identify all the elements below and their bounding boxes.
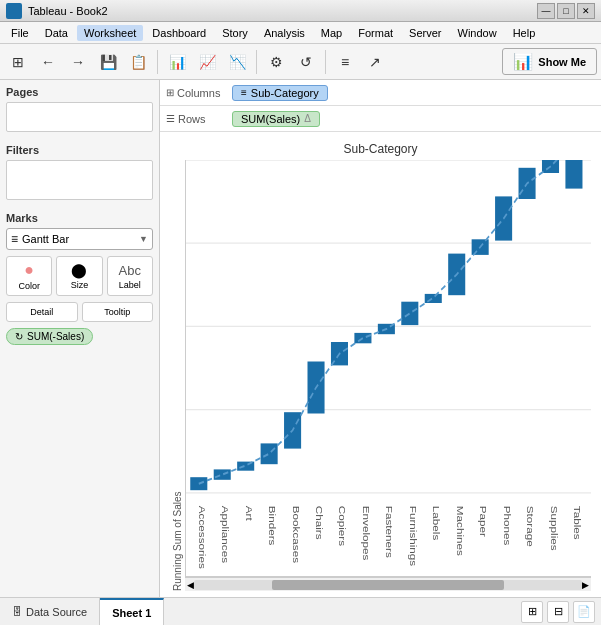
- label-icon: Abc: [119, 263, 141, 278]
- sheet-1-tab[interactable]: Sheet 1: [100, 598, 164, 625]
- pages-section: Pages: [6, 86, 153, 132]
- menu-dashboard[interactable]: Dashboard: [145, 25, 213, 41]
- svg-text:Accessories: Accessories: [197, 506, 208, 569]
- new-dashboard-icon: ⊟: [554, 605, 563, 618]
- menu-worksheet[interactable]: Worksheet: [77, 25, 143, 41]
- marks-tooltip-button[interactable]: Tooltip: [82, 302, 154, 322]
- chart-wrapper: Running Sum of Sales $2,000,000: [170, 160, 591, 591]
- sheet-1-label: Sheet 1: [112, 607, 151, 619]
- scroll-right-icon[interactable]: ▶: [582, 580, 589, 590]
- toolbar-refresh[interactable]: ↺: [292, 48, 320, 76]
- svg-text:Tables: Tables: [572, 506, 583, 540]
- columns-pill-icon: ≡: [241, 87, 247, 98]
- new-story-button[interactable]: 📄: [573, 601, 595, 623]
- svg-text:Storage: Storage: [525, 506, 536, 547]
- menu-format[interactable]: Format: [351, 25, 400, 41]
- rows-shelf: ☰ Rows SUM(Sales) Δ: [160, 106, 601, 132]
- show-me-button[interactable]: 📊 Show Me: [502, 48, 597, 75]
- svg-text:Appliances: Appliances: [220, 506, 231, 563]
- marks-type-label: Gantt Bar: [22, 233, 69, 245]
- new-dashboard-button[interactable]: ⊟: [547, 601, 569, 623]
- new-worksheet-button[interactable]: ⊞: [521, 601, 543, 623]
- toolbar-separator-3: [325, 50, 326, 74]
- columns-pill[interactable]: ≡ Sub-Category: [232, 85, 328, 101]
- toolbar: ⊞ ← → 💾 📋 📊 📈 📉 ⚙ ↺ ≡ ↗ 📊 Show Me: [0, 44, 601, 80]
- scrollbar-track: [194, 580, 582, 590]
- left-panel: Pages Filters Marks ≡ Gantt Bar ▼ ● Colo…: [0, 80, 160, 597]
- minimize-button[interactable]: —: [537, 3, 555, 19]
- data-source-icon: 🗄: [12, 606, 22, 617]
- marks-type-dropdown[interactable]: ≡ Gantt Bar ▼: [6, 228, 153, 250]
- svg-text:Labels: Labels: [431, 506, 442, 540]
- svg-text:Furnishings: Furnishings: [408, 506, 419, 566]
- sum-sales-pill[interactable]: ↻ SUM(-Sales): [6, 328, 93, 345]
- svg-text:Bookcases: Bookcases: [291, 506, 302, 563]
- svg-text:Paper: Paper: [478, 506, 489, 538]
- columns-shelf: ⊞ Columns ≡ Sub-Category: [160, 80, 601, 106]
- menu-data[interactable]: Data: [38, 25, 75, 41]
- rows-delta: Δ: [304, 113, 311, 124]
- svg-rect-26: [565, 160, 582, 189]
- menu-map[interactable]: Map: [314, 25, 349, 41]
- toolbar-settings[interactable]: ⚙: [262, 48, 290, 76]
- menu-server[interactable]: Server: [402, 25, 448, 41]
- menu-analysis[interactable]: Analysis: [257, 25, 312, 41]
- tooltip-label: Tooltip: [104, 307, 130, 317]
- label-label: Label: [119, 280, 141, 290]
- svg-rect-19: [401, 302, 418, 325]
- toolbar-undo[interactable]: ⊞: [4, 48, 32, 76]
- svg-text:Machines: Machines: [455, 506, 466, 556]
- tab-action-icons: ⊞ ⊟ 📄: [515, 598, 601, 625]
- maximize-button[interactable]: □: [557, 3, 575, 19]
- pages-box: [6, 102, 153, 132]
- scrollbar-thumb[interactable]: [272, 580, 505, 590]
- svg-text:Copiers: Copiers: [338, 506, 349, 546]
- marks-color-button[interactable]: ● Color: [6, 256, 52, 296]
- h-scrollbar[interactable]: ◀ ▶: [185, 577, 591, 591]
- detail-label: Detail: [30, 307, 53, 317]
- show-me-label: Show Me: [538, 56, 586, 68]
- new-story-icon: 📄: [577, 605, 591, 618]
- svg-text:Envelopes: Envelopes: [361, 506, 372, 561]
- marks-size-button[interactable]: ⬤ Size: [56, 256, 102, 296]
- toolbar-filter[interactable]: ↗: [361, 48, 389, 76]
- scroll-left-icon[interactable]: ◀: [187, 580, 194, 590]
- rows-pill-label: SUM(Sales): [241, 113, 300, 125]
- columns-icon: ⊞: [166, 87, 174, 98]
- menu-window[interactable]: Window: [451, 25, 504, 41]
- marks-detail-button[interactable]: Detail: [6, 302, 78, 322]
- data-source-label: Data Source: [26, 606, 87, 618]
- close-button[interactable]: ✕: [577, 3, 595, 19]
- menu-story[interactable]: Story: [215, 25, 255, 41]
- title-bar: Tableau - Book2 — □ ✕: [0, 0, 601, 22]
- marks-type-icon: ≡: [11, 232, 18, 246]
- sum-label: SUM(-Sales): [27, 331, 84, 342]
- app-icon: [6, 3, 22, 19]
- toolbar-back[interactable]: ←: [34, 48, 62, 76]
- size-icon: ⬤: [71, 262, 87, 278]
- toolbar-chart1[interactable]: 📊: [163, 48, 191, 76]
- y-axis-label: Running Sum of Sales: [170, 160, 185, 591]
- columns-pill-label: Sub-Category: [251, 87, 319, 99]
- toolbar-chart3[interactable]: 📉: [223, 48, 251, 76]
- svg-text:Phones: Phones: [502, 506, 513, 546]
- chart-area: ⊞ Columns ≡ Sub-Category ☰ Rows SUM(Sale…: [160, 80, 601, 597]
- toolbar-sort[interactable]: ≡: [331, 48, 359, 76]
- menu-help[interactable]: Help: [506, 25, 543, 41]
- data-source-tab[interactable]: 🗄 Data Source: [0, 598, 100, 625]
- marks-label-button[interactable]: Abc Label: [107, 256, 153, 296]
- pages-label: Pages: [6, 86, 153, 98]
- toolbar-forward[interactable]: →: [64, 48, 92, 76]
- rows-icon: ☰: [166, 113, 175, 124]
- toolbar-separator-2: [256, 50, 257, 74]
- toolbar-save[interactable]: 💾: [94, 48, 122, 76]
- toolbar-chart2[interactable]: 📈: [193, 48, 221, 76]
- svg-text:Art: Art: [244, 506, 255, 521]
- chart-title: Sub-Category: [170, 142, 591, 156]
- menu-file[interactable]: File: [4, 25, 36, 41]
- svg-rect-10: [190, 477, 207, 490]
- svg-text:Chairs: Chairs: [314, 506, 325, 540]
- toolbar-copy[interactable]: 📋: [124, 48, 152, 76]
- svg-text:Fasteners: Fasteners: [385, 506, 396, 558]
- rows-pill[interactable]: SUM(Sales) Δ: [232, 111, 320, 127]
